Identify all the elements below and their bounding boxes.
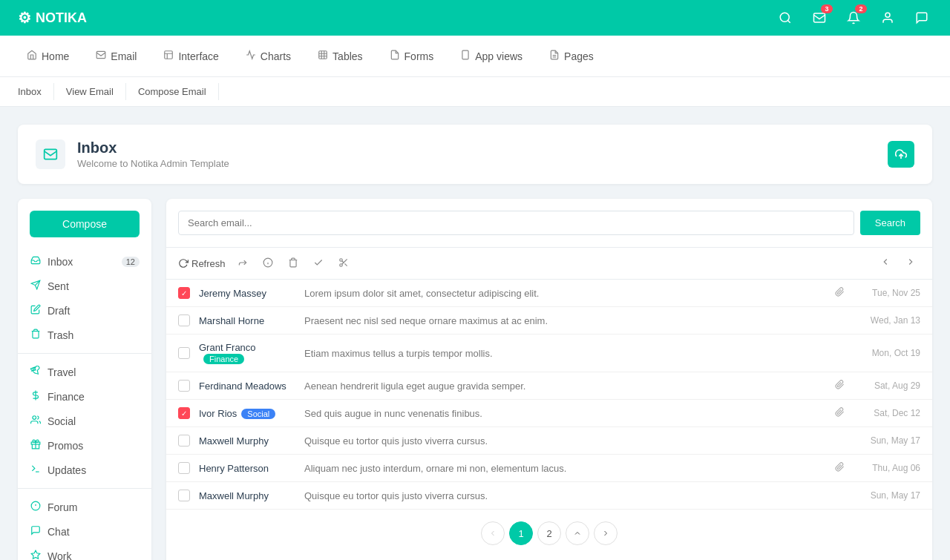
- compose-button[interactable]: Compose: [30, 211, 140, 237]
- email-preview: Praesent nec nisl sed neque ornare maxim…: [304, 315, 826, 326]
- svg-line-30: [341, 260, 343, 262]
- sidebar-categories-section: Travel Finance: [18, 360, 151, 482]
- nav-item-tables[interactable]: Tables: [306, 44, 374, 68]
- email-checkbox[interactable]: ✓: [178, 287, 190, 299]
- prev-toolbar-btn[interactable]: [876, 254, 895, 273]
- pagination-up[interactable]: [566, 521, 589, 545]
- email-row[interactable]: Ferdinand Meadows Aenean hendrerit ligul…: [166, 372, 932, 400]
- sidebar-chat-label: Chat: [48, 526, 70, 538]
- email-date: Tue, Nov 25: [854, 288, 920, 298]
- search-button-email[interactable]: Search: [860, 211, 920, 235]
- email-sender: Ferdinand Meadows: [199, 381, 295, 392]
- email-checkbox[interactable]: [178, 435, 190, 447]
- sidebar-item-travel[interactable]: Travel: [18, 360, 151, 384]
- finance-icon: [30, 390, 42, 403]
- nav-item-forms[interactable]: Forms: [378, 44, 446, 68]
- nav-item-appviews[interactable]: App views: [448, 44, 534, 68]
- pagination-prev[interactable]: [481, 521, 505, 545]
- nav-item-charts[interactable]: Charts: [234, 44, 303, 68]
- email-row[interactable]: Grant FrancoFinance Etiam maximus tellus…: [166, 335, 932, 372]
- email-date: Sat, Aug 29: [854, 381, 920, 391]
- email-date: Sat, Dec 12: [854, 408, 920, 418]
- pagination-next[interactable]: [594, 521, 618, 545]
- email-checkbox[interactable]: [178, 462, 190, 474]
- sidebar-item-chat[interactable]: Chat: [18, 519, 151, 544]
- breadcrumb-compose-email[interactable]: Compose Email: [126, 83, 219, 100]
- sidebar-item-updates[interactable]: Updates: [18, 458, 151, 482]
- brand-name: NOTIKA: [36, 10, 87, 26]
- inbox-header-icon: [36, 139, 65, 169]
- nav-item-appviews-label: App views: [475, 50, 522, 62]
- email-list: ✓ Jeremy Massey Lorem ipsum dolor sit am…: [166, 280, 932, 510]
- home-icon: [27, 50, 37, 62]
- email-row[interactable]: ✓ Ivor RiosSocial Sed quis augue in nunc…: [166, 400, 932, 427]
- email-panel: Search Refresh: [166, 199, 932, 560]
- bell-button[interactable]: 2: [843, 7, 864, 28]
- delete-icon[interactable]: [285, 254, 301, 273]
- user-button[interactable]: [877, 7, 898, 28]
- sidebar-travel-label: Travel: [48, 366, 76, 378]
- sidebar-finance-label: Finance: [48, 391, 85, 403]
- page-header-left: Inbox Welcome to Notika Admin Template: [36, 139, 229, 169]
- sidebar-item-draft[interactable]: Draft: [18, 298, 151, 323]
- bell-badge: 2: [855, 4, 867, 13]
- chat-button[interactable]: [911, 7, 932, 28]
- next-toolbar-btn[interactable]: [901, 254, 920, 273]
- nav-item-pages[interactable]: Pages: [537, 44, 606, 68]
- info-icon[interactable]: [260, 254, 276, 273]
- pages-icon: [549, 50, 560, 62]
- sidebar-item-work[interactable]: Work: [18, 544, 151, 560]
- breadcrumb-inbox[interactable]: Inbox: [18, 83, 54, 100]
- sidebar-item-promos[interactable]: Promos: [18, 433, 151, 458]
- email-sender: Ivor RiosSocial: [199, 408, 295, 419]
- search-input[interactable]: [178, 211, 854, 235]
- sidebar-item-forum[interactable]: Forum: [18, 495, 151, 519]
- refresh-button[interactable]: Refresh: [178, 258, 226, 269]
- email-row[interactable]: Maxwell Murphy Quisque eu tortor quis ju…: [166, 427, 932, 455]
- attachment-icon: [835, 287, 845, 299]
- email-checkbox[interactable]: [178, 490, 190, 501]
- sidebar-item-sent[interactable]: Sent: [18, 274, 151, 298]
- email-row[interactable]: ✓ Jeremy Massey Lorem ipsum dolor sit am…: [166, 280, 932, 307]
- forum-icon: [30, 501, 42, 513]
- sidebar-item-inbox[interactable]: Inbox 12: [18, 249, 151, 274]
- nav-item-interface[interactable]: Interface: [151, 44, 230, 68]
- sidebar-item-trash[interactable]: Trash: [18, 323, 151, 347]
- email-checkbox[interactable]: [178, 380, 190, 392]
- work-icon: [30, 550, 42, 560]
- email-checkbox[interactable]: [178, 347, 190, 359]
- sidebar-updates-label: Updates: [48, 464, 86, 476]
- breadcrumb: Inbox View Email Compose Email: [0, 77, 950, 107]
- attachment-icon: [835, 462, 845, 474]
- email-checkbox[interactable]: ✓: [178, 407, 190, 419]
- nav-item-email[interactable]: Email: [84, 44, 148, 68]
- appviews-icon: [460, 50, 471, 62]
- email-button[interactable]: 3: [809, 7, 830, 28]
- svg-point-0: [780, 13, 789, 22]
- sidebar-item-finance[interactable]: Finance: [18, 384, 151, 409]
- forward-icon[interactable]: [235, 254, 251, 273]
- email-row[interactable]: Maxwell Murphy Quisque eu tortor quis ju…: [166, 482, 932, 510]
- sidebar-bottom-section: Forum Chat Wor: [18, 495, 151, 560]
- search-button[interactable]: [775, 7, 796, 28]
- sidebar-trash-label: Trash: [48, 329, 73, 341]
- social-icon: [30, 415, 42, 427]
- email-row[interactable]: Henry Patterson Aliquam nec justo interd…: [166, 455, 932, 482]
- email-date: Wed, Jan 13: [854, 315, 920, 326]
- scissors-icon[interactable]: [335, 254, 352, 273]
- pagination-page-1[interactable]: 1: [509, 521, 533, 545]
- svg-rect-6: [462, 50, 468, 59]
- nav-item-home[interactable]: Home: [15, 44, 81, 68]
- check-icon[interactable]: [310, 254, 327, 273]
- nav-item-interface-label: Interface: [178, 50, 218, 62]
- sidebar-item-social[interactable]: Social: [18, 409, 151, 433]
- upload-button[interactable]: [888, 141, 914, 168]
- tables-icon: [318, 50, 328, 62]
- email-checkbox[interactable]: [178, 314, 190, 326]
- breadcrumb-view-email[interactable]: View Email: [54, 83, 126, 100]
- email-row[interactable]: Marshall Horne Praesent nec nisl sed neq…: [166, 307, 932, 335]
- email-tag: Social: [241, 409, 275, 419]
- pagination-page-2[interactable]: 2: [537, 521, 561, 545]
- email-actions: [835, 287, 845, 299]
- svg-point-2: [885, 13, 890, 17]
